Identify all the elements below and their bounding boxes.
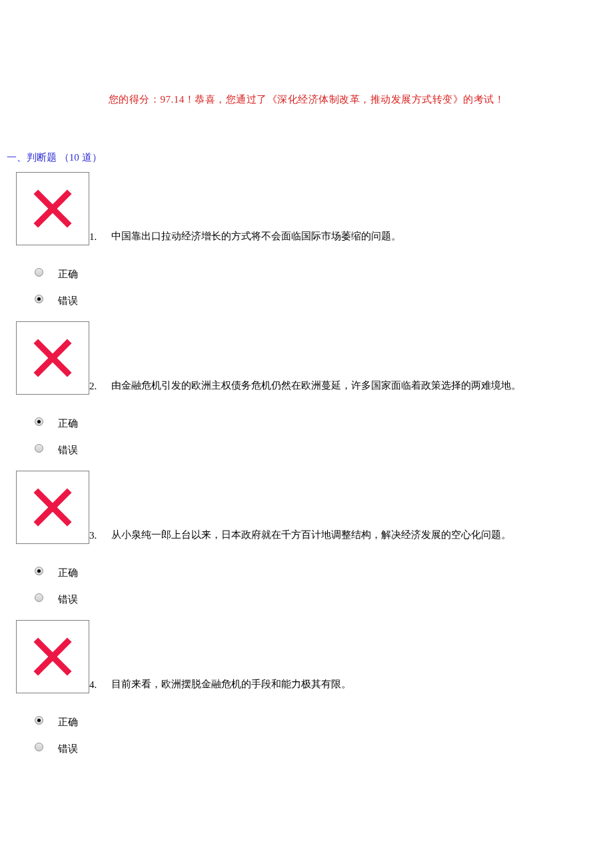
questions-container: 1.中国靠出口拉动经济增长的方式将不会面临国际市场萎缩的问题。正确错误2.由金融… (7, 172, 606, 760)
option-row-true[interactable]: 正确 (35, 408, 606, 435)
option-label-true: 正确 (58, 712, 78, 729)
option-row-false[interactable]: 错误 (35, 733, 606, 760)
question-header-row: 2.由金融危机引发的欧洲主权债务危机仍然在欧洲蔓延，许多国家面临着政策选择的两难… (7, 321, 606, 395)
option-row-true[interactable]: 正确 (35, 707, 606, 733)
x-mark-icon (29, 483, 77, 531)
radio-true[interactable] (35, 417, 43, 426)
score-line: 您的得分：97.14！恭喜，您通过了《深化经济体制改革，推动发展方式转变》的考试… (7, 93, 606, 106)
question-text: 目前来看，欧洲摆脱金融危机的手段和能力极其有限。 (111, 678, 351, 691)
options-container: 正确错误 (35, 707, 606, 760)
question-text: 中国靠出口拉动经济增长的方式将不会面临国际市场萎缩的问题。 (111, 230, 401, 243)
radio-true[interactable] (35, 268, 43, 277)
x-mark-icon (29, 185, 77, 233)
x-mark-icon (29, 633, 77, 681)
answer-mark-box (16, 172, 89, 245)
question-text: 从小泉纯一郎上台以来，日本政府就在千方百计地调整结构，解决经济发展的空心化问题。 (111, 529, 511, 541)
question-block: 1.中国靠出口拉动经济增长的方式将不会面临国际市场萎缩的问题。正确错误 (7, 172, 606, 312)
question-number: 2. (89, 381, 97, 392)
question-block: 3.从小泉纯一郎上台以来，日本政府就在千方百计地调整结构，解决经济发展的空心化问… (7, 471, 606, 611)
option-row-true[interactable]: 正确 (35, 557, 606, 584)
option-label-true: 正确 (58, 264, 78, 281)
x-mark-icon (29, 334, 77, 382)
option-label-false: 错误 (58, 291, 78, 307)
answer-mark-box (16, 321, 89, 395)
radio-false[interactable] (35, 593, 43, 602)
options-container: 正确错误 (35, 557, 606, 611)
answer-mark-box (16, 620, 89, 693)
question-text: 由金融危机引发的欧洲主权债务危机仍然在欧洲蔓延，许多国家面临着政策选择的两难境地… (111, 379, 521, 392)
option-row-false[interactable]: 错误 (35, 435, 606, 461)
exam-page: 您的得分：97.14！恭喜，您通过了《深化经济体制改革，推动发展方式转变》的考试… (0, 0, 613, 809)
question-header-row: 1.中国靠出口拉动经济增长的方式将不会面临国际市场萎缩的问题。 (7, 172, 606, 245)
option-row-true[interactable]: 正确 (35, 259, 606, 285)
section-header: 一、判断题 （10 道） (7, 151, 606, 164)
question-header-row: 4.目前来看，欧洲摆脱金融危机的手段和能力极其有限。 (7, 620, 606, 693)
option-row-false[interactable]: 错误 (35, 285, 606, 312)
radio-true[interactable] (35, 567, 43, 575)
radio-true[interactable] (35, 716, 43, 725)
option-label-true: 正确 (58, 413, 78, 430)
question-block: 4.目前来看，欧洲摆脱金融危机的手段和能力极其有限。正确错误 (7, 620, 606, 760)
question-number: 4. (89, 679, 97, 691)
radio-false[interactable] (35, 444, 43, 453)
radio-false[interactable] (35, 743, 43, 751)
question-number: 3. (89, 530, 97, 541)
question-number: 1. (89, 231, 97, 243)
answer-mark-box (16, 471, 89, 544)
option-label-false: 错误 (58, 739, 78, 755)
radio-false[interactable] (35, 295, 43, 303)
question-header-row: 3.从小泉纯一郎上台以来，日本政府就在千方百计地调整结构，解决经济发展的空心化问… (7, 471, 606, 544)
option-label-false: 错误 (58, 440, 78, 457)
question-block: 2.由金融危机引发的欧洲主权债务危机仍然在欧洲蔓延，许多国家面临着政策选择的两难… (7, 321, 606, 461)
options-container: 正确错误 (35, 408, 606, 461)
option-row-false[interactable]: 错误 (35, 584, 606, 611)
option-label-false: 错误 (58, 589, 78, 606)
options-container: 正确错误 (35, 259, 606, 312)
option-label-true: 正确 (58, 563, 78, 579)
